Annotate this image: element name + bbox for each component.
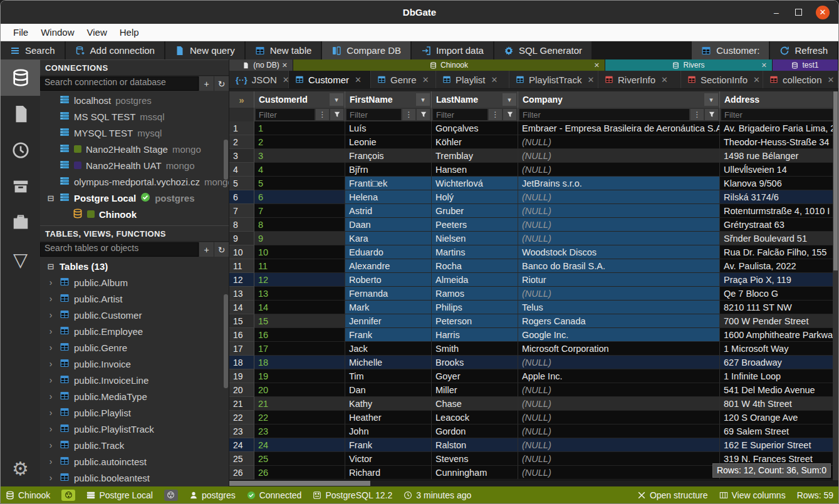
add-connection-small-button[interactable]: +: [199, 76, 214, 91]
chevron-right-icon[interactable]: ›: [46, 342, 55, 352]
cell-company[interactable]: (NULL): [518, 452, 720, 466]
tab-riverinfo[interactable]: RiverInfo✕: [598, 71, 681, 88]
tab-playlisttrack[interactable]: PlaylistTrack✕: [509, 71, 598, 88]
connection-item[interactable]: localhostpostgres: [40, 92, 229, 108]
rail-files-button[interactable]: [1, 96, 40, 132]
table-item[interactable]: ›public.PlaylistTrack: [40, 421, 229, 437]
kebab-menu-icon[interactable]: ⋮: [690, 109, 704, 120]
cell-firstname[interactable]: Kathy: [345, 397, 432, 411]
chevron-right-icon[interactable]: ›: [46, 391, 55, 401]
refresh-connections-button[interactable]: ↻: [214, 76, 229, 91]
cell-address[interactable]: Praça Pio X, 119: [720, 273, 838, 287]
close-icon[interactable]: ✕: [491, 75, 498, 85]
column-header-address[interactable]: Address: [720, 91, 838, 108]
rail-history-button[interactable]: [1, 132, 40, 168]
cell-company[interactable]: Telus: [518, 301, 720, 314]
tab-json[interactable]: {··}JSON✕: [229, 71, 289, 88]
cell-customerid[interactable]: 25: [254, 452, 345, 466]
cell-address[interactable]: Rua Dr. Falcão Filho, 155: [720, 245, 838, 259]
toolbar-search-button[interactable]: Search: [1, 41, 66, 59]
cell-company[interactable]: Embraer - Empresa Brasileira de Aeronáut…: [518, 121, 720, 135]
cell-address[interactable]: Rilská 3174/6: [720, 190, 838, 204]
toolbar-new-table-button[interactable]: New table: [246, 41, 323, 59]
tab-sectioninfo[interactable]: SectionInfo✕: [681, 71, 763, 88]
cell-customerid[interactable]: 4: [254, 163, 345, 177]
cell-lastname[interactable]: Leacock: [432, 411, 518, 424]
cell-firstname[interactable]: Dan: [345, 383, 432, 397]
cell-company[interactable]: (NULL): [518, 438, 720, 452]
filter-icon[interactable]: [330, 109, 343, 120]
filter-input[interactable]: Filter: [519, 109, 689, 120]
cell-customerid[interactable]: 17: [254, 342, 345, 356]
cell-company[interactable]: (NULL): [518, 411, 720, 424]
rail-filter-button[interactable]: ▽: [1, 241, 40, 277]
toolbar-sql-generator-button[interactable]: SQL Generator: [494, 41, 593, 59]
cell-lastname[interactable]: Holý: [432, 190, 518, 204]
cell-company[interactable]: (NULL): [518, 218, 720, 232]
cell-customerid[interactable]: 12: [254, 273, 345, 287]
menu-window[interactable]: Window: [34, 27, 80, 38]
cell-address[interactable]: Av. Paulista, 2022: [720, 259, 838, 273]
cell-customerid[interactable]: 16: [254, 328, 345, 342]
cell-lastname[interactable]: Peeters: [432, 218, 518, 232]
row-number[interactable]: 23: [229, 424, 254, 438]
filter-icon[interactable]: [705, 109, 718, 120]
cell-customerid[interactable]: 6: [254, 190, 345, 204]
tab-collection[interactable]: collection✕: [763, 71, 838, 88]
cell-address[interactable]: Ullevĺlsveien 14: [720, 163, 838, 177]
cell-customerid[interactable]: 21: [254, 397, 345, 411]
row-number[interactable]: 7: [229, 204, 254, 218]
close-icon[interactable]: ✕: [422, 75, 429, 85]
cell-company[interactable]: Google Inc.: [518, 328, 720, 342]
status-chinook[interactable]: Chinook: [6, 490, 50, 500]
close-icon[interactable]: ✕: [594, 61, 600, 69]
cell-firstname[interactable]: Mark: [345, 301, 432, 314]
toolbar-new-query-button[interactable]: New query: [165, 41, 246, 59]
cell-address[interactable]: 1 Infinite Loop: [720, 369, 838, 383]
minimize-button[interactable]: –: [771, 8, 781, 18]
cell-address[interactable]: Klanova 9/506: [720, 177, 838, 190]
collapse-icon[interactable]: ⊟: [46, 193, 55, 203]
horizontal-scrollbar-thumb[interactable]: [229, 481, 370, 486]
add-table-small-button[interactable]: +: [199, 242, 214, 257]
cell-address[interactable]: 162 E Superior Street: [720, 438, 838, 452]
cell-lastname[interactable]: Köhler: [432, 135, 518, 149]
cell-lastname[interactable]: Chase: [432, 397, 518, 411]
cell-customerid[interactable]: 7: [254, 204, 345, 218]
tab-customer[interactable]: Customer✕: [289, 71, 371, 88]
chevron-right-icon[interactable]: ›: [46, 359, 55, 369]
close-icon[interactable]: ✕: [828, 75, 835, 85]
toolbar-refresh-button[interactable]: Refresh: [770, 41, 838, 59]
cell-company[interactable]: Banco do Brasil S.A.: [518, 259, 720, 273]
filter-input[interactable]: Filter: [721, 109, 836, 120]
column-dropdown-icon[interactable]: ▾: [704, 93, 718, 106]
cell-lastname[interactable]: Philips: [432, 301, 518, 314]
cell-lastname[interactable]: Peterson: [432, 314, 518, 328]
cell-firstname[interactable]: Jennifer: [345, 314, 432, 328]
row-number[interactable]: 8: [229, 218, 254, 232]
tab-group--no-db-[interactable]: (no DB)✕: [229, 59, 293, 71]
cell-lastname[interactable]: Miller: [432, 383, 518, 397]
cell-company[interactable]: (NULL): [518, 149, 720, 163]
cell-address[interactable]: 120 S Orange Ave: [720, 411, 838, 424]
cell-lastname[interactable]: Gruber: [432, 204, 518, 218]
vertical-scrollbar[interactable]: [833, 91, 838, 480]
cell-customerid[interactable]: 11: [254, 259, 345, 273]
cell-address[interactable]: Av. Brigadeiro Faria Lima, 2: [720, 121, 838, 135]
tab-playlist[interactable]: Playlist✕: [436, 71, 509, 88]
cell-firstname[interactable]: Heather: [345, 411, 432, 424]
close-icon[interactable]: ✕: [283, 75, 289, 85]
cell-company[interactable]: (NULL): [518, 204, 720, 218]
tab-genre[interactable]: Genre✕: [371, 71, 436, 88]
chevron-right-icon[interactable]: ›: [46, 326, 55, 336]
cell-firstname[interactable]: François: [345, 149, 432, 163]
row-number[interactable]: 19: [229, 369, 254, 383]
cell-address[interactable]: Theodor-Heuss-Straße 34: [720, 135, 838, 149]
cell-company[interactable]: Microsoft Corporation: [518, 342, 720, 356]
cell-lastname[interactable]: Nielsen: [432, 232, 518, 245]
cell-firstname[interactable]: John: [345, 424, 432, 438]
table-item[interactable]: ›public.Employee: [40, 323, 229, 339]
cell-firstname[interactable]: Franti□ek: [345, 177, 432, 190]
close-icon[interactable]: ✕: [282, 61, 288, 69]
row-number[interactable]: 22: [229, 411, 254, 424]
